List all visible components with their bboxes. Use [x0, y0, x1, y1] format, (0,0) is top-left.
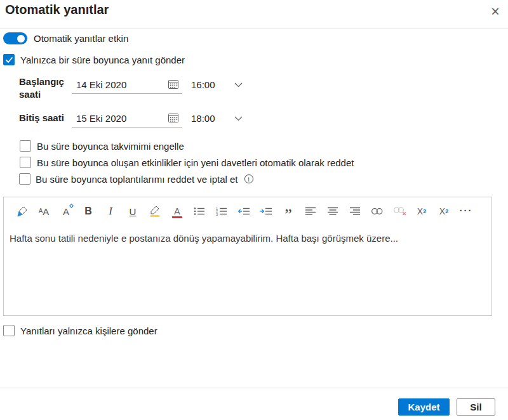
decrease-indent-icon[interactable]: [236, 203, 251, 220]
end-date-value: 15 Eki 2020: [76, 113, 126, 124]
automatic-replies-dialog: Otomatik yanıtlar × Otomatik yanıtlar et…: [0, 0, 508, 420]
start-date-value: 14 Eki 2020: [76, 79, 126, 90]
page-title: Otomatik yanıtlar: [5, 3, 109, 17]
quote-icon[interactable]: ”: [281, 203, 296, 220]
calendar-icon[interactable]: [168, 79, 178, 89]
end-time-dropdown[interactable]: 18:00: [188, 110, 245, 128]
start-time-label: Başlangıç saati: [19, 75, 72, 101]
start-time-dropdown[interactable]: 16:00: [188, 77, 245, 94]
chevron-down-icon[interactable]: [234, 82, 243, 88]
start-time-value: 16:00: [191, 79, 215, 90]
checkbox-checked-icon: [3, 54, 15, 65]
size-diamond-icon: [69, 204, 74, 208]
bold-icon[interactable]: B: [81, 203, 96, 220]
font-size-icon[interactable]: A: [58, 203, 74, 220]
font-name-icon[interactable]: AA: [36, 203, 51, 220]
chevron-down-icon[interactable]: [234, 116, 243, 121]
checkbox-unchecked-icon: [19, 173, 30, 185]
reply-message-editor: AA A B I U A 123: [3, 197, 492, 316]
align-right-icon[interactable]: [347, 203, 363, 220]
checkbox-unchecked-icon: [20, 140, 31, 152]
header-divider: [0, 29, 508, 29]
footer-divider: [0, 388, 508, 388]
numbered-list-icon[interactable]: 123: [214, 203, 229, 220]
send-during-period-checkbox-row[interactable]: Yalnızca bir süre boyunca yanıt gönder: [3, 54, 185, 65]
end-time-value: 18:00: [191, 113, 215, 124]
decline-cancel-meetings-checkbox-row[interactable]: Bu süre boyunca toplantılarımı reddet ve…: [19, 173, 253, 185]
end-date-picker[interactable]: 15 Eki 2020: [72, 110, 182, 128]
auto-replies-toggle[interactable]: [3, 32, 27, 44]
checkbox-unchecked-icon: [20, 157, 31, 168]
format-painter-icon[interactable]: [14, 203, 29, 220]
start-date-picker[interactable]: 14 Eki 2020: [72, 77, 182, 94]
align-center-icon[interactable]: [325, 203, 340, 220]
increase-indent-icon[interactable]: [258, 203, 274, 220]
checkbox-label: Yalnızca bir süre boyunca yanıt gönder: [20, 55, 185, 65]
more-options-icon[interactable]: ···: [458, 203, 474, 220]
superscript-icon[interactable]: X2: [414, 203, 429, 220]
end-time-label: Bitiş saati: [19, 112, 72, 124]
toggle-label: Otomatik yanıtlar etkin: [34, 33, 128, 44]
block-calendar-checkbox-row[interactable]: Bu süre boyunca takvimimi engelle: [20, 140, 184, 152]
subscript-icon[interactable]: X2: [436, 203, 451, 220]
checkbox-label: Bu süre boyunca takvimimi engelle: [37, 141, 184, 152]
info-icon[interactable]: i: [244, 174, 253, 183]
checkbox-label: Bu süre boyunca toplantılarımı reddet ve…: [36, 174, 238, 185]
italic-icon[interactable]: I: [103, 203, 118, 220]
toggle-knob-icon: [17, 35, 25, 43]
delete-button[interactable]: Sil: [457, 398, 495, 416]
reply-message-text[interactable]: Hafta sonu tatili nedeniyle e postanıza …: [10, 232, 483, 245]
save-button[interactable]: Kaydet: [398, 398, 450, 416]
send-only-to-contacts-checkbox-row[interactable]: Yanıtları yalnızca kişilere gönder: [3, 325, 157, 336]
font-color-icon[interactable]: A: [170, 203, 185, 220]
close-icon[interactable]: ×: [485, 1, 505, 22]
formatting-toolbar: AA A B I U A 123: [4, 197, 491, 220]
red-color-bar-icon: [172, 216, 182, 218]
checkbox-label: Yanıtları yalnızca kişilere gönder: [20, 325, 157, 336]
bullet-list-icon[interactable]: [192, 203, 207, 220]
insert-link-icon[interactable]: [370, 203, 385, 220]
decline-invitations-checkbox-row[interactable]: Bu süre boyunca oluşan etkinlikler için …: [20, 157, 354, 168]
align-left-icon[interactable]: [303, 203, 318, 220]
auto-replies-toggle-row: Otomatik yanıtlar etkin: [3, 32, 128, 44]
checkbox-label: Bu süre boyunca oluşan etkinlikler için …: [37, 157, 354, 168]
calendar-icon[interactable]: [168, 113, 178, 123]
remove-link-icon[interactable]: [392, 203, 407, 220]
svg-text:3: 3: [216, 213, 218, 216]
highlight-icon[interactable]: [147, 203, 163, 220]
underline-icon[interactable]: U: [125, 203, 140, 220]
checkbox-unchecked-icon: [3, 325, 15, 336]
